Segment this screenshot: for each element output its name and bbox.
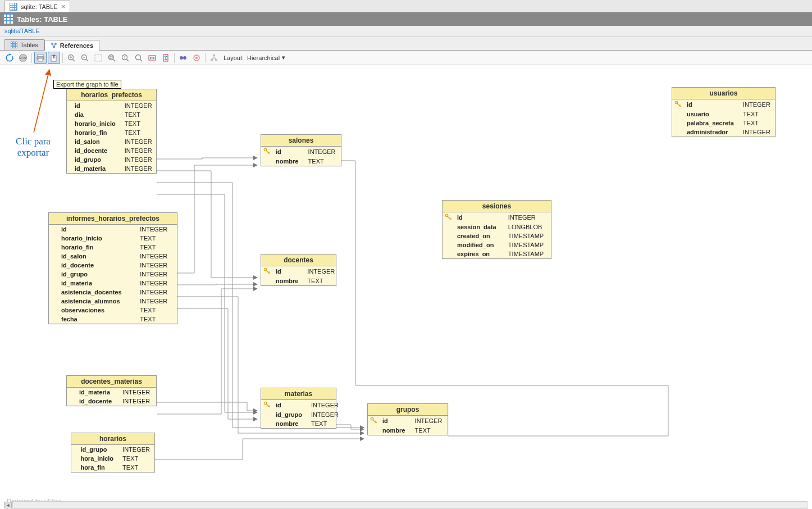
file-tab[interactable]: sqlite: TABLE × [4,1,70,12]
fit-width-button[interactable] [146,52,158,64]
table-row: modified_onTIMESTAMP [443,240,551,249]
view-mode-button[interactable] [177,52,189,64]
svg-rect-8 [12,8,14,10]
toolbar: STOP 1 Layout: Hierarchical ▾ [0,51,812,65]
zoom-autofit-button[interactable] [133,52,145,64]
svg-text:1: 1 [124,56,126,59]
svg-rect-28 [13,47,15,48]
table-row: nombreTEXT [368,426,448,435]
svg-point-64 [195,57,198,59]
db-table-salones[interactable]: salonesidINTEGERnombreTEXT [261,134,341,166]
svg-line-78 [268,272,270,273]
svg-line-91 [451,219,452,220]
db-table-horarios[interactable]: horariosid_grupoINTEGERhora_inicioTEXTho… [71,433,155,472]
svg-rect-19 [11,21,13,24]
table-row: id_materiaINTEGER [67,164,157,173]
tab-tables[interactable]: Tables [4,39,44,50]
table-row: horario_inicioTEXT [49,234,177,243]
tab-references[interactable]: References [44,40,99,51]
db-table-docentes_materias[interactable]: docentes_materiasid_materiaINTEGERid_doc… [66,375,157,406]
db-table-sesiones[interactable]: sesionesidINTEGERsession_dataLONGBLOBcre… [442,200,551,259]
toolbar-separator [174,53,175,63]
svg-text:STOP: STOP [19,56,27,60]
table-row: horario_finTEXT [67,128,157,137]
svg-rect-51 [110,56,112,58]
horizontal-scrollbar[interactable]: ◂ [12,501,808,509]
db-table-materias[interactable]: materiasidINTEGERid_grupoINTEGERnombreTE… [261,388,336,429]
db-table-grupos[interactable]: gruposidINTEGERnombreTEXT [367,403,448,435]
svg-line-42 [73,59,75,61]
diagram-canvas[interactable]: Clic para exportar Export the graph to f… [0,65,812,509]
svg-rect-17 [4,21,6,24]
table-row: idINTEGER [49,225,177,234]
layout-icon-button[interactable] [208,52,220,64]
svg-line-53 [127,59,129,61]
db-table-title: materias [261,388,336,400]
table-row: idINTEGER [672,99,775,110]
db-table-horarios_prefectos[interactable]: horarios_prefectosidINTEGERdiaTEXThorari… [66,89,157,174]
table-row: idINTEGER [368,416,448,426]
svg-line-46 [86,59,89,61]
export-button[interactable] [48,52,60,64]
primary-key-icon [674,101,681,107]
breadcrumb[interactable]: sqlite/TABLE [0,26,812,37]
zoom-out-button[interactable] [79,52,91,64]
svg-line-79 [270,272,271,274]
svg-rect-66 [211,59,213,61]
zoom-100-button[interactable]: 1 [119,52,131,64]
zoom-select-button[interactable] [92,52,104,64]
db-table-title: salones [261,135,341,147]
table-row: nombreTEXT [261,419,343,428]
svg-rect-37 [38,54,43,57]
zoom-fit-button[interactable] [106,52,118,64]
table-row: fechaTEXT [49,315,177,324]
db-table-docentes[interactable]: docentesidINTEGERnombreTEXT [261,254,336,286]
table-row: hora_inicioTEXT [71,454,154,463]
toolbar-separator [62,53,63,63]
table-row: id_salonINTEGER [67,137,157,146]
table-row: horario_finTEXT [49,243,177,252]
chevron-down-icon: ▾ [282,54,285,61]
db-table-usuarios[interactable]: usuariosidINTEGERusuarioTEXTpalabra_secr… [672,87,775,137]
db-table-title: sesiones [443,201,551,212]
table-row: usuarioTEXT [672,110,775,119]
app-root: sqlite: TABLE × Tables: TABLE sqlite/TAB… [0,0,812,509]
db-table-informes_horarios_prefectos[interactable]: informes_horarios_prefectosidINTEGERhora… [48,212,177,324]
table-grid-icon [10,3,17,11]
zoom-in-button[interactable] [65,52,77,64]
svg-rect-9 [15,8,16,10]
svg-rect-18 [7,21,10,24]
inner-tab-row: Tables References [0,37,812,51]
settings-button[interactable] [190,52,203,64]
primary-key-icon [263,148,270,154]
db-table-title: usuarios [672,88,775,99]
layout-value: Hierarchical [247,54,280,61]
print-button[interactable] [34,52,47,64]
table-row: observacionesTEXT [49,306,177,315]
refresh-button[interactable] [3,52,16,64]
svg-line-86 [375,421,376,422]
table-row: id_materiaINTEGER [49,279,177,288]
svg-rect-25 [13,44,15,46]
svg-rect-21 [11,42,12,43]
table-row: idINTEGER [67,101,157,110]
svg-point-62 [183,56,186,60]
db-table-title: docentes [261,254,336,266]
scroll-left-button[interactable]: ◂ [4,502,12,508]
svg-rect-14 [4,18,6,20]
fit-height-button[interactable] [159,52,172,64]
table-row: id_grupoINTEGER [71,445,154,454]
svg-rect-5 [12,6,14,7]
close-tab-icon[interactable]: × [61,2,66,11]
svg-line-95 [681,106,682,107]
toolbar-separator [31,53,32,63]
table-row: asistencia_alumnosINTEGER [49,297,177,306]
svg-rect-27 [11,47,12,48]
stop-button[interactable]: STOP [17,52,29,64]
layout-dropdown[interactable]: Hierarchical ▾ [247,54,285,61]
tab-label: References [60,42,93,49]
primary-key-icon [263,401,270,408]
table-row: id_grupoINTEGER [261,410,343,419]
primary-key-icon [263,267,270,274]
table-row: idINTEGER [443,212,551,222]
